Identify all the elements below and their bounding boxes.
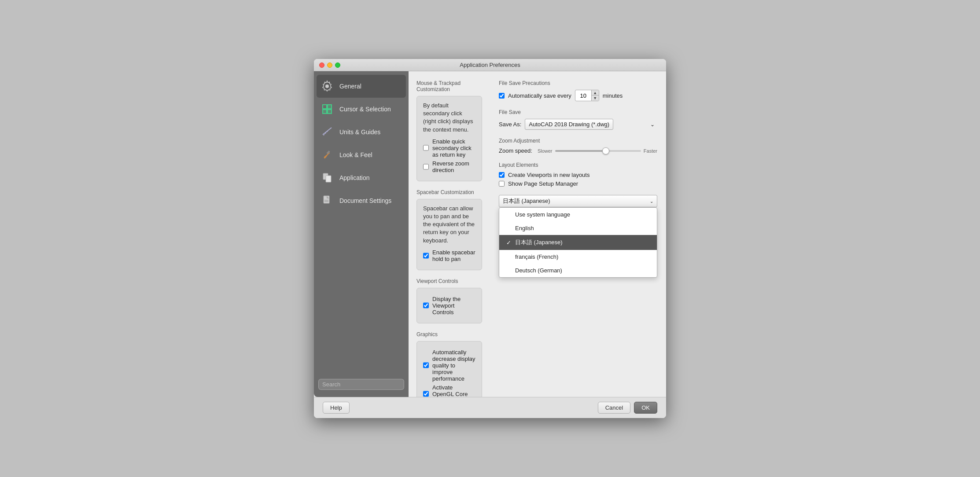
language-select-button[interactable]: 日本語 (Japanese) ⌄ xyxy=(499,195,657,207)
stepper-down[interactable]: ▼ xyxy=(592,95,599,101)
cancel-button[interactable]: Cancel xyxy=(598,402,630,414)
gear-icon xyxy=(320,79,334,93)
graphics-section: Graphics Automatically decrease display … xyxy=(416,331,482,397)
language-option-system[interactable]: Use system language xyxy=(499,208,657,221)
mouse-description: By default secondary click (right click)… xyxy=(423,102,475,134)
file-save-precautions-title: File Save Precautions xyxy=(499,80,657,86)
autosave-row: Automatically save every ▲ ▼ minutes xyxy=(499,90,657,101)
sidebar-label-general: General xyxy=(339,83,361,90)
autosave-unit: minutes xyxy=(603,92,623,99)
display-viewport-label: Display the Viewport Controls xyxy=(432,296,475,316)
display-viewport-checkbox[interactable] xyxy=(423,302,429,308)
language-option-english[interactable]: English xyxy=(499,221,657,235)
autosave-value-wrapper: ▲ ▼ xyxy=(575,90,599,101)
minimize-button[interactable] xyxy=(327,62,332,68)
mouse-section: Mouse & Trackpad Customization By defaul… xyxy=(416,80,482,181)
reverse-zoom-checkbox[interactable] xyxy=(423,164,429,170)
help-button[interactable]: Help xyxy=(323,402,350,414)
viewport-section: Viewport Controls Display the Viewport C… xyxy=(416,278,482,323)
sidebar-label-units: Units & Guides xyxy=(339,128,380,136)
sidebar-item-general[interactable]: General xyxy=(317,75,406,98)
window-body: General Cursor & Selection xyxy=(314,71,666,397)
language-row: 日本語 (Japanese) ⌄ Use system language xyxy=(499,195,657,207)
show-page-setup-label: Show Page Setup Manager xyxy=(508,180,578,187)
decrease-quality-checkbox[interactable] xyxy=(423,362,429,368)
spacebar-pan-checkbox[interactable] xyxy=(423,253,429,259)
sidebar: General Cursor & Selection xyxy=(314,71,409,397)
svg-line-5 xyxy=(323,128,332,135)
language-dropdown: Use system language English ✓ 日本語 (Japan… xyxy=(499,207,657,278)
checkbox-row: Reverse zoom direction xyxy=(423,160,475,173)
bottom-bar: Help Cancel OK xyxy=(314,397,666,418)
sidebar-items: General Cursor & Selection xyxy=(314,75,409,375)
viewport-section-box: Display the Viewport Controls xyxy=(416,288,482,323)
viewport-section-title: Viewport Controls xyxy=(416,278,482,284)
language-option-japanese-label: 日本語 (Japanese) xyxy=(515,238,563,246)
mouse-section-title: Mouse & Trackpad Customization xyxy=(416,80,482,92)
layout-checkbox-row: Create Viewports in new layouts xyxy=(499,172,657,178)
file-save-title: File Save xyxy=(499,109,657,115)
autosave-checkbox[interactable] xyxy=(499,93,505,99)
right-buttons: Cancel OK xyxy=(598,402,657,414)
checkbox-row: Activate OpenGL Core Profile xyxy=(423,384,475,397)
svg-rect-1 xyxy=(323,105,327,109)
language-section: 日本語 (Japanese) ⌄ Use system language xyxy=(499,195,657,216)
file-save-row: Save As: AutoCAD 2018 Drawing (*.dwg) xyxy=(499,119,657,130)
sidebar-label-application: Application xyxy=(339,174,370,181)
traffic-lights xyxy=(319,62,340,68)
language-option-english-label: English xyxy=(515,225,534,231)
check-icon: ✓ xyxy=(505,239,512,246)
create-viewports-label: Create Viewports in new layouts xyxy=(508,172,589,178)
autosave-label: Automatically save every xyxy=(508,92,571,99)
opengl-label: Activate OpenGL Core Profile xyxy=(432,384,475,397)
ok-button[interactable]: OK xyxy=(634,402,657,414)
spacebar-pan-label: Enable spacebar hold to pan xyxy=(432,249,475,262)
svg-point-0 xyxy=(325,84,329,88)
sidebar-item-application[interactable]: Application xyxy=(314,166,409,189)
language-chevron-icon: ⌄ xyxy=(650,199,653,204)
spacebar-description: Spacebar can allow you to pan and be the… xyxy=(423,205,475,245)
spacebar-section-title: Spacebar Customization xyxy=(416,189,482,195)
language-selected-label: 日本語 (Japanese) xyxy=(503,197,550,205)
checkbox-row: Enable quick secondary click as return k… xyxy=(423,138,475,158)
create-viewports-checkbox[interactable] xyxy=(499,172,505,178)
language-option-french[interactable]: français (French) xyxy=(499,250,657,264)
spacebar-section-box: Spacebar can allow you to pan and be the… xyxy=(416,199,482,270)
save-as-select[interactable]: AutoCAD 2018 Drawing (*.dwg) xyxy=(525,119,613,130)
sidebar-label-cursor: Cursor & Selection xyxy=(339,106,391,113)
svg-rect-4 xyxy=(328,110,332,114)
language-option-system-label: Use system language xyxy=(515,211,570,218)
preferences-window: Application Preferences General xyxy=(314,59,666,418)
sidebar-item-look[interactable]: Look & Feel xyxy=(314,143,409,166)
file-save-precautions-section: File Save Precautions Automatically save… xyxy=(499,80,657,101)
language-option-japanese[interactable]: ✓ 日本語 (Japanese) xyxy=(499,235,657,250)
language-option-german[interactable]: Deutsch (German) xyxy=(499,264,657,277)
slider-wrapper: Slower Faster xyxy=(538,148,657,154)
zoom-row: Zoom speed: Slower Faster xyxy=(499,147,657,154)
titlebar: Application Preferences xyxy=(314,59,666,71)
close-button[interactable] xyxy=(319,62,324,68)
zoom-speed-label: Zoom speed: xyxy=(499,147,532,154)
ruler-icon xyxy=(320,125,334,139)
show-page-setup-checkbox[interactable] xyxy=(499,181,505,187)
stepper-up[interactable]: ▲ xyxy=(592,90,599,95)
stepper: ▲ ▼ xyxy=(591,90,599,101)
cursor-icon xyxy=(320,102,334,116)
window-title: Application Preferences xyxy=(460,62,520,68)
sidebar-item-document[interactable]: Document Settings xyxy=(314,189,409,212)
zoom-slider[interactable] xyxy=(555,150,641,152)
maximize-button[interactable] xyxy=(335,62,340,68)
zoom-section-title: Zoom Adjustment xyxy=(499,138,657,144)
search-input[interactable] xyxy=(318,379,404,390)
opengl-checkbox[interactable] xyxy=(423,391,429,397)
sidebar-item-cursor[interactable]: Cursor & Selection xyxy=(314,98,409,121)
sidebar-label-document: Document Settings xyxy=(339,197,391,204)
spacebar-section: Spacebar Customization Spacebar can allo… xyxy=(416,189,482,270)
brush-icon xyxy=(320,148,334,162)
decrease-quality-label: Automatically decrease display quality t… xyxy=(432,349,475,382)
right-column: File Save Precautions Automatically save… xyxy=(490,71,666,397)
quick-secondary-click-checkbox[interactable] xyxy=(423,145,429,151)
autosave-input[interactable] xyxy=(575,92,591,100)
quick-secondary-click-label: Enable quick secondary click as return k… xyxy=(432,138,475,158)
sidebar-item-units[interactable]: Units & Guides xyxy=(314,121,409,143)
